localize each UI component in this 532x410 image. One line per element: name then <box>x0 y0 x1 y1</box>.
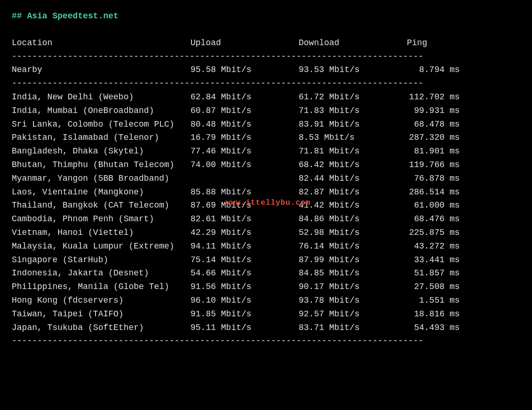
cell-download: 92.57 Mbit/s <box>299 307 407 321</box>
cell-upload: 91.56 Mbit/s <box>191 280 299 294</box>
divider: ----------------------------------------… <box>12 334 520 348</box>
cell-download: 68.42 Mbit/s <box>299 158 407 172</box>
table-row: Pakistan, Islamabad (Telenor)16.79 Mbit/… <box>12 131 520 145</box>
cell-ping: 119.766 ms <box>407 158 492 172</box>
cell-ping: 18.816 ms <box>407 307 492 321</box>
cell-ping: 81.901 ms <box>407 145 492 158</box>
cell-location: Japan, Tsukuba (SoftEther) <box>12 321 191 335</box>
cell-location: Hong Kong (fdcservers) <box>12 294 191 307</box>
cell-ping: 1.551 ms <box>407 294 492 307</box>
header-download: Download <box>299 36 407 50</box>
cell-ping: 33.441 ms <box>407 253 492 267</box>
table-row: Sri Lanka, Colombo (Telecom PLC)80.48 Mb… <box>12 118 520 131</box>
table-row: India, Mumbai (OneBroadband)60.87 Mbit/s… <box>12 104 520 118</box>
cell-location: Cambodia, Phnom Penh (Smart) <box>12 212 191 226</box>
table-row: Thailand, Bangkok (CAT Telecom)87.69 Mbi… <box>12 199 520 212</box>
cell-location: Philippines, Manila (Globe Tel) <box>12 280 191 294</box>
cell-location: Vietnam, Hanoi (Viettel) <box>12 226 191 240</box>
cell-location: Bhutan, Thimphu (Bhutan Telecom) <box>12 158 191 172</box>
divider: ----------------------------------------… <box>12 50 520 64</box>
section-title: ## Asia Speedtest.net <box>12 9 520 23</box>
header-upload: Upload <box>191 36 299 50</box>
cell-upload: 91.85 Mbit/s <box>191 307 299 321</box>
cell-upload: 77.46 Mbit/s <box>191 145 299 158</box>
cell-upload: 42.29 Mbit/s <box>191 226 299 240</box>
cell-location: Myanmar, Yangon (5BB Broadband) <box>12 172 191 185</box>
cell-upload: 80.48 Mbit/s <box>191 118 299 131</box>
cell-ping: 54.493 ms <box>407 321 492 335</box>
cell-download: 84.85 Mbit/s <box>299 266 407 280</box>
cell-upload <box>191 172 299 185</box>
cell-download: 93.78 Mbit/s <box>299 294 407 307</box>
cell-ping: 43.272 ms <box>407 240 492 253</box>
cell-upload: 87.69 Mbit/s <box>191 199 299 212</box>
table-row: Laos, Vientaine (Mangkone)85.88 Mbit/s82… <box>12 185 520 199</box>
cell-ping: 76.878 ms <box>407 172 492 185</box>
header-location: Location <box>12 36 191 50</box>
cell-upload: 85.88 Mbit/s <box>191 185 299 199</box>
nearby-upload: 95.58 Mbit/s <box>191 63 299 77</box>
cell-ping: 286.514 ms <box>407 185 492 199</box>
divider: ----------------------------------------… <box>12 77 520 90</box>
nearby-download: 93.53 Mbit/s <box>299 63 407 77</box>
cell-location: India, Mumbai (OneBroadband) <box>12 104 191 118</box>
cell-location: Sri Lanka, Colombo (Telecom PLC) <box>12 118 191 131</box>
cell-location: Thailand, Bangkok (CAT Telecom) <box>12 199 191 212</box>
cell-download: 71.83 Mbit/s <box>299 104 407 118</box>
table-row: Malaysia, Kuala Lumpur (Extreme)94.11 Mb… <box>12 240 520 253</box>
cell-ping: 61.000 ms <box>407 199 492 212</box>
cell-upload: 75.14 Mbit/s <box>191 253 299 267</box>
cell-upload: 62.84 Mbit/s <box>191 90 299 104</box>
table-row: Singapore (StarHub)75.14 Mbit/s87.99 Mbi… <box>12 253 520 267</box>
table-row: Japan, Tsukuba (SoftEther)95.11 Mbit/s83… <box>12 321 520 335</box>
cell-location: Bangladesh, Dhaka (Skytel) <box>12 145 191 158</box>
cell-download: 83.71 Mbit/s <box>299 321 407 335</box>
nearby-row: Nearby 95.58 Mbit/s 93.53 Mbit/s 8.794 m… <box>12 63 520 77</box>
table-row: Taiwan, Taipei (TAIFO)91.85 Mbit/s92.57 … <box>12 307 520 321</box>
cell-upload: 94.11 Mbit/s <box>191 240 299 253</box>
cell-ping: 68.476 ms <box>407 212 492 226</box>
cell-location: Malaysia, Kuala Lumpur (Extreme) <box>12 240 191 253</box>
table-row: Indonesia, Jakarta (Desnet)54.66 Mbit/s8… <box>12 266 520 280</box>
table-row: Bangladesh, Dhaka (Skytel)77.46 Mbit/s71… <box>12 145 520 158</box>
cell-location: Taiwan, Taipei (TAIFO) <box>12 307 191 321</box>
cell-download: 87.99 Mbit/s <box>299 253 407 267</box>
cell-download: 90.17 Mbit/s <box>299 280 407 294</box>
table-row: Philippines, Manila (Globe Tel)91.56 Mbi… <box>12 280 520 294</box>
table-row: India, New Delhi (Weebo)62.84 Mbit/s61.7… <box>12 90 520 104</box>
header-row: Location Upload Download Ping <box>12 36 520 50</box>
nearby-location: Nearby <box>12 63 191 77</box>
terminal-output: ## Asia Speedtest.net Location Upload Do… <box>12 9 520 348</box>
cell-download: 52.98 Mbit/s <box>299 226 407 240</box>
table-row: Bhutan, Thimphu (Bhutan Telecom)74.00 Mb… <box>12 158 520 172</box>
cell-download: 71.81 Mbit/s <box>299 145 407 158</box>
cell-ping: 287.320 ms <box>407 131 492 145</box>
cell-download: 8.53 Mbit/s <box>299 131 407 145</box>
cell-upload: 60.87 Mbit/s <box>191 104 299 118</box>
cell-download: 61.72 Mbit/s <box>299 90 407 104</box>
cell-upload: 96.10 Mbit/s <box>191 294 299 307</box>
cell-download: 41.42 Mbit/s <box>299 199 407 212</box>
cell-location: India, New Delhi (Weebo) <box>12 90 191 104</box>
cell-upload: 16.79 Mbit/s <box>191 131 299 145</box>
cell-download: 76.14 Mbit/s <box>299 240 407 253</box>
cell-ping: 112.702 ms <box>407 90 492 104</box>
cell-location: Laos, Vientaine (Mangkone) <box>12 185 191 199</box>
nearby-ping: 8.794 ms <box>407 63 492 77</box>
cell-ping: 68.478 ms <box>407 118 492 131</box>
table-row: Cambodia, Phnom Penh (Smart)82.61 Mbit/s… <box>12 212 520 226</box>
cell-download: 84.86 Mbit/s <box>299 212 407 226</box>
cell-ping: 99.931 ms <box>407 104 492 118</box>
cell-ping: 225.875 ms <box>407 226 492 240</box>
cell-download: 82.44 Mbit/s <box>299 172 407 185</box>
table-row: Myanmar, Yangon (5BB Broadband)82.44 Mbi… <box>12 172 520 185</box>
cell-location: Pakistan, Islamabad (Telenor) <box>12 131 191 145</box>
cell-download: 82.87 Mbit/s <box>299 185 407 199</box>
header-ping: Ping <box>407 36 492 50</box>
cell-download: 83.91 Mbit/s <box>299 118 407 131</box>
cell-upload: 54.66 Mbit/s <box>191 266 299 280</box>
cell-upload: 74.00 Mbit/s <box>191 158 299 172</box>
cell-upload: 95.11 Mbit/s <box>191 321 299 335</box>
cell-location: Indonesia, Jakarta (Desnet) <box>12 266 191 280</box>
results-body: India, New Delhi (Weebo)62.84 Mbit/s61.7… <box>12 90 520 334</box>
